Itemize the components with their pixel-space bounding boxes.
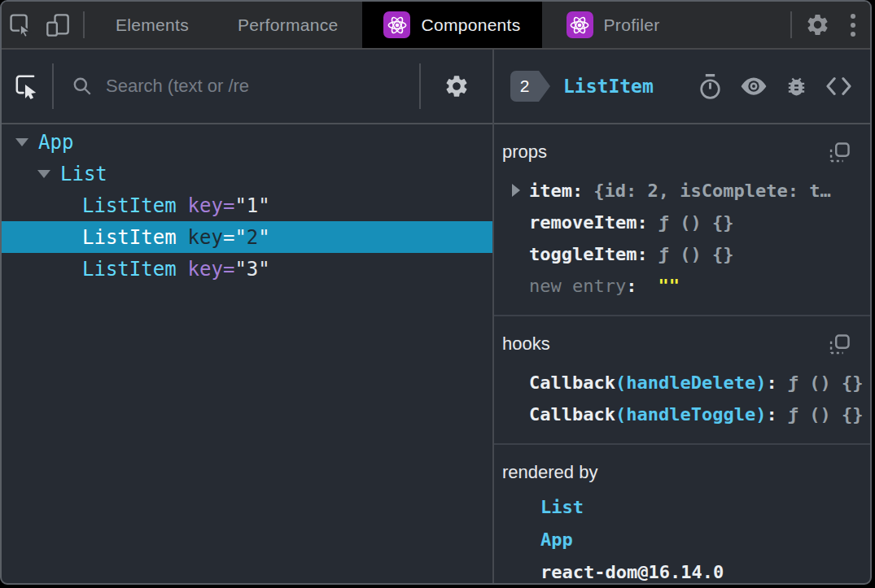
tree-row-listitem-1[interactable]: ListItemkey="1" xyxy=(2,189,492,221)
quote: " xyxy=(258,258,269,281)
renderer-version-row: react-dom@16.14.0 xyxy=(494,555,870,583)
tab-label: Profiler xyxy=(604,15,660,35)
props-section: props item:{id: 2, isComplete: t… remove… xyxy=(494,124,870,316)
owner-link-list[interactable]: List xyxy=(540,497,584,517)
tree-row-listitem-3[interactable]: ListItemkey="3" xyxy=(2,253,492,285)
settings-gear-icon[interactable] xyxy=(798,2,836,48)
tree-row-app[interactable]: App xyxy=(2,126,492,158)
hook-value: ƒ () {} xyxy=(788,404,864,425)
separator: : xyxy=(766,404,777,425)
select-element-icon[interactable] xyxy=(2,73,52,100)
owners-count: 2 xyxy=(510,71,539,102)
react-logo-icon xyxy=(383,11,410,38)
toolbar-divider xyxy=(52,63,54,109)
quote: " xyxy=(258,194,269,217)
key-attr: key xyxy=(188,226,223,249)
prop-name: item xyxy=(529,181,572,201)
inspect-dom-eye-icon[interactable] xyxy=(740,76,768,96)
expand-arrow-icon[interactable] xyxy=(15,138,28,146)
new-entry-value[interactable]: "" xyxy=(658,276,680,296)
toolbar-divider xyxy=(790,11,792,38)
separator: : xyxy=(766,372,777,393)
prop-value: ƒ () {} xyxy=(658,244,734,264)
search-icon xyxy=(72,76,93,97)
key-value: 2 xyxy=(247,226,258,249)
tab-profiler[interactable]: Profiler xyxy=(542,2,685,48)
prop-value-preview: {id: 2, isComplete: t… xyxy=(593,181,830,201)
tab-label: Performance xyxy=(238,15,339,35)
quote: " xyxy=(234,258,246,281)
key-value: 3 xyxy=(247,258,258,281)
devtools-window: Elements Performance Components Profiler xyxy=(0,0,872,585)
separator: : xyxy=(637,212,647,233)
new-entry-placeholder: new entry xyxy=(529,276,626,296)
tab-performance[interactable]: Performance xyxy=(213,2,363,48)
key-value: 1 xyxy=(247,194,258,217)
equals-sign: = xyxy=(223,194,234,217)
tab-label: Elements xyxy=(116,15,189,35)
prop-name: toggleItem xyxy=(529,244,637,264)
hook-type: Callback xyxy=(529,372,615,393)
badge-arrow-icon xyxy=(539,71,550,102)
suspend-stopwatch-icon[interactable] xyxy=(698,73,723,100)
copy-props-icon[interactable] xyxy=(829,142,851,163)
rendered-by-section: rendered by List App react-dom@16.14.0 xyxy=(494,445,870,583)
hook-value: ƒ () {} xyxy=(788,372,864,393)
devtools-tab-bar: Elements Performance Components Profiler xyxy=(2,2,870,50)
toolbar-divider xyxy=(83,11,85,38)
more-options-kebab-icon[interactable] xyxy=(836,2,870,48)
tab-components[interactable]: Components xyxy=(362,2,541,48)
tree-row-listitem-2-selected[interactable]: ListItemkey="2" xyxy=(2,221,492,253)
tree-settings-gear-icon[interactable] xyxy=(421,73,492,99)
component-tree-pane: App List ListItemkey="1" ListItemkey="2"… xyxy=(2,50,494,583)
tree-toolbar xyxy=(2,50,492,124)
separator: : xyxy=(572,181,583,201)
hooks-section-title: hooks xyxy=(502,333,550,355)
tab-label: Components xyxy=(421,15,520,35)
equals-sign: = xyxy=(223,258,234,281)
component-name: App xyxy=(38,131,73,154)
inspected-element-pane: 2 ListItem xyxy=(494,50,870,583)
copy-hooks-icon[interactable] xyxy=(829,333,851,355)
prop-row-removeitem[interactable]: removeItem:ƒ () {} xyxy=(494,207,870,238)
renderer-version: react-dom@16.14.0 xyxy=(540,562,724,582)
expand-arrow-icon[interactable] xyxy=(512,184,520,197)
log-to-console-bug-icon[interactable] xyxy=(785,75,808,98)
owner-row[interactable]: List xyxy=(494,490,870,523)
hook-type: Callback xyxy=(529,404,615,425)
quote: " xyxy=(258,226,269,249)
component-tree: App List ListItemkey="1" ListItemkey="2"… xyxy=(2,124,492,583)
hook-row-handledelete[interactable]: Callback(handleDelete):ƒ () {} xyxy=(494,367,870,399)
react-logo-icon xyxy=(567,11,593,38)
hook-name: (handleToggle) xyxy=(615,404,766,425)
owner-row[interactable]: App xyxy=(494,523,870,555)
component-name: ListItem xyxy=(82,194,177,217)
expand-arrow-icon[interactable] xyxy=(37,170,50,178)
equals-sign: = xyxy=(223,226,234,249)
props-section-title: props xyxy=(502,142,547,163)
component-name: ListItem xyxy=(82,226,177,249)
owner-link-app[interactable]: App xyxy=(540,529,573,550)
view-source-code-icon[interactable] xyxy=(825,76,852,97)
key-attr: key xyxy=(188,258,223,281)
search-input[interactable] xyxy=(104,75,419,98)
component-name: ListItem xyxy=(82,258,177,281)
owners-count-badge[interactable]: 2 xyxy=(510,71,550,102)
tab-elements[interactable]: Elements xyxy=(91,2,213,48)
quote: " xyxy=(234,226,246,249)
key-attr: key xyxy=(188,194,223,217)
hooks-section: hooks Callback(handleDelete):ƒ () {} Cal… xyxy=(494,316,870,445)
components-panel: App List ListItemkey="1" ListItemkey="2"… xyxy=(2,50,870,583)
hook-name: (handleDelete) xyxy=(615,372,766,393)
separator: : xyxy=(626,276,637,296)
tree-row-list[interactable]: List xyxy=(2,158,492,189)
device-toolbar-icon[interactable] xyxy=(39,2,77,48)
prop-row-item[interactable]: item:{id: 2, isComplete: t… xyxy=(494,175,870,207)
hook-row-handletoggle[interactable]: Callback(handleToggle):ƒ () {} xyxy=(494,399,870,430)
new-prop-entry-row[interactable]: new entry:"" xyxy=(494,270,870,302)
inspect-element-icon[interactable] xyxy=(2,2,39,48)
prop-row-toggleitem[interactable]: toggleItem:ƒ () {} xyxy=(494,238,870,270)
quote: " xyxy=(234,194,246,217)
inspected-element-header: 2 ListItem xyxy=(494,50,870,124)
separator: : xyxy=(637,244,647,264)
